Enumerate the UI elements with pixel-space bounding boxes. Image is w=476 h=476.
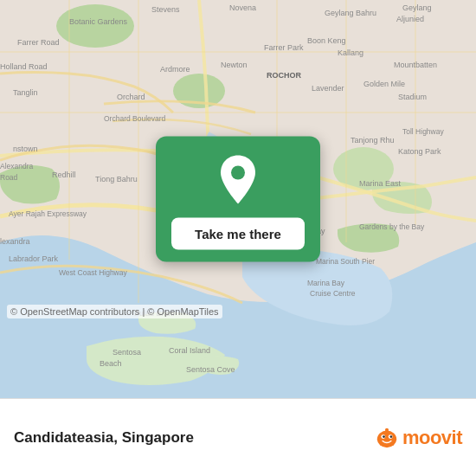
svg-text:Newton: Newton: [221, 61, 248, 69]
take-me-there-button[interactable]: Take me there: [171, 218, 305, 250]
svg-text:Tiong Bahru: Tiong Bahru: [95, 175, 138, 183]
moovit-logo: moovit: [375, 426, 462, 450]
svg-text:Stevens: Stevens: [151, 5, 180, 14]
svg-text:Lavender: Lavender: [312, 84, 344, 93]
svg-text:West Coast Highway: West Coast Highway: [59, 268, 127, 277]
svg-text:Redhill: Redhill: [52, 170, 76, 179]
svg-point-62: [385, 428, 389, 431]
svg-text:Ardmore: Ardmore: [160, 65, 190, 74]
bottom-bar: Candidateasia, Singapore moovit: [0, 398, 476, 476]
svg-text:Farrer Road: Farrer Road: [17, 38, 60, 47]
svg-text:Boon Keng: Boon Keng: [307, 36, 346, 45]
location-label: Candidateasia, Singapore: [14, 429, 194, 447]
svg-text:Holland Road: Holland Road: [0, 62, 48, 71]
map-container: Botanic Gardens Stevens Novena Geylang B…: [0, 0, 476, 398]
svg-text:Tanglin: Tanglin: [13, 88, 38, 97]
svg-text:Marina East: Marina East: [359, 179, 402, 188]
svg-text:Mountbatten: Mountbatten: [394, 61, 437, 69]
moovit-face-icon: [375, 426, 399, 450]
svg-text:Road: Road: [0, 173, 18, 182]
svg-point-60: [383, 435, 385, 438]
moovit-brand-text: moovit: [402, 427, 462, 449]
svg-text:nstown: nstown: [13, 145, 38, 153]
svg-text:Alexandra: Alexandra: [0, 162, 34, 170]
svg-text:Beach: Beach: [100, 359, 122, 368]
svg-text:ROCHOR: ROCHOR: [267, 71, 301, 80]
svg-text:Katong Park: Katong Park: [398, 147, 441, 156]
svg-text:Sentosa: Sentosa: [113, 348, 141, 357]
svg-text:Orchard Boulevard: Orchard Boulevard: [104, 114, 166, 123]
svg-text:Tanjong Rhu: Tanjong Rhu: [351, 136, 395, 145]
svg-text:Golden Mile: Golden Mile: [363, 80, 405, 88]
location-pin-icon: [210, 152, 266, 208]
svg-text:Marina Bay: Marina Bay: [307, 279, 345, 287]
svg-text:Marina South Pier: Marina South Pier: [316, 257, 375, 266]
svg-text:Cruise Centre: Cruise Centre: [310, 289, 356, 298]
map-attribution: © OpenStreetMap contributors | © OpenMap…: [7, 305, 222, 318]
svg-text:Geylang: Geylang: [402, 3, 432, 12]
svg-text:Aljunied: Aljunied: [396, 15, 424, 23]
svg-text:Stadium: Stadium: [398, 93, 427, 101]
svg-text:Sentosa Cove: Sentosa Cove: [186, 365, 235, 374]
svg-text:Kallang: Kallang: [338, 48, 363, 57]
svg-text:Labrador Park: Labrador Park: [9, 254, 59, 263]
svg-point-1: [56, 4, 134, 48]
svg-text:lexandra: lexandra: [0, 237, 30, 246]
svg-text:Novena: Novena: [229, 3, 256, 12]
svg-text:Farrer Park: Farrer Park: [264, 43, 304, 52]
svg-text:Botanic Gardens: Botanic Gardens: [69, 17, 128, 26]
svg-point-56: [231, 166, 245, 180]
svg-text:Geylang Bahru: Geylang Bahru: [325, 9, 376, 17]
svg-text:Coral Island: Coral Island: [169, 346, 210, 355]
svg-point-61: [389, 435, 392, 438]
svg-text:Orchard: Orchard: [117, 93, 145, 101]
svg-text:Ayer Rajah Expressway: Ayer Rajah Expressway: [9, 209, 87, 218]
location-overlay-card: Take me there: [156, 137, 320, 262]
svg-text:Gardens by the Bay: Gardens by the Bay: [359, 222, 425, 231]
svg-text:Toll Highway: Toll Highway: [402, 127, 444, 136]
